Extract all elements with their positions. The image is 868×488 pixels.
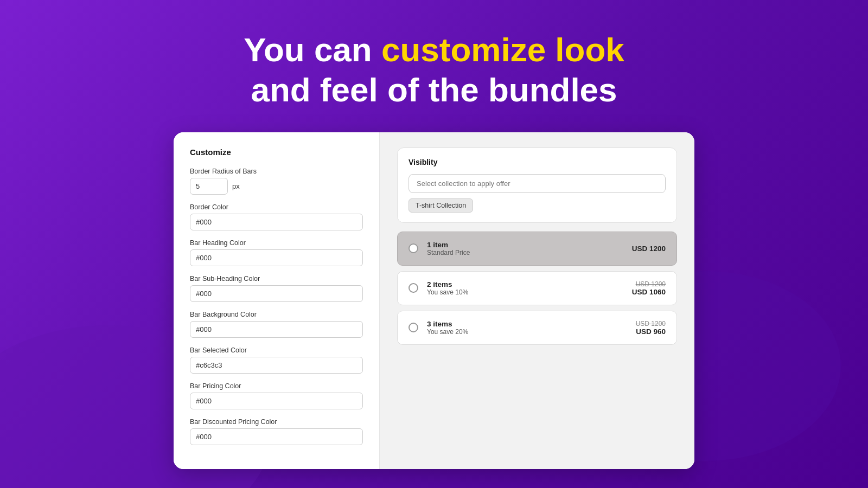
bundle-title-2: 2 items — [427, 280, 623, 288]
form-group-selected-color: Bar Selected Color — [190, 346, 363, 374]
right-panel: Visiblity T-shirt Collection 1 item Stan… — [380, 132, 694, 469]
bundle-title-1: 1 item — [427, 241, 623, 249]
left-panel: Customize Border Radius of Bars px Borde… — [174, 132, 380, 469]
form-group-heading-color: Bar Heading Color — [190, 239, 363, 266]
headline-prefix: You can — [244, 31, 381, 68]
bundle-info-1: 1 item Standard Price — [427, 241, 623, 256]
bundle-title-3: 3 items — [427, 320, 627, 328]
radio-1[interactable] — [409, 243, 418, 253]
input-selected-color[interactable] — [190, 357, 363, 374]
label-border-color: Border Color — [190, 203, 363, 211]
bundle-option-1[interactable]: 1 item Standard Price USD 1200 — [397, 232, 677, 266]
bundle-pricing-1: USD 1200 — [632, 245, 666, 253]
form-group-bg-color: Bar Background Color — [190, 311, 363, 338]
form-group-pricing-color: Bar Pricing Color — [190, 382, 363, 409]
price-current-3: USD 960 — [636, 328, 666, 336]
label-subheading-color: Bar Sub-Heading Color — [190, 275, 363, 282]
collection-input[interactable] — [409, 174, 666, 193]
input-border-radius[interactable] — [190, 178, 228, 195]
form-group-subheading-color: Bar Sub-Heading Color — [190, 275, 363, 302]
bundle-pricing-2: USD 1200 USD 1060 — [632, 280, 666, 296]
main-card: Customize Border Radius of Bars px Borde… — [174, 132, 694, 469]
form-group-border-radius: Border Radius of Bars px — [190, 168, 363, 195]
bundle-option-3[interactable]: 3 items You save 20% USD 1200 USD 960 — [397, 311, 677, 345]
visibility-title: Visiblity — [409, 158, 666, 166]
headline-suffix: and feel of the bundles — [251, 71, 617, 108]
input-subheading-color[interactable] — [190, 285, 363, 302]
bundle-info-2: 2 items You save 10% — [427, 280, 623, 296]
label-border-radius: Border Radius of Bars — [190, 168, 363, 175]
input-pricing-color[interactable] — [190, 393, 363, 409]
form-group-discounted-color: Bar Discounted Pricing Color — [190, 418, 363, 445]
bundle-option-2[interactable]: 2 items You save 10% USD 1200 USD 1060 — [397, 271, 677, 305]
label-heading-color: Bar Heading Color — [190, 239, 363, 247]
visibility-card: Visiblity T-shirt Collection — [397, 147, 677, 223]
price-current-2: USD 1060 — [632, 288, 666, 296]
px-label: px — [232, 182, 240, 190]
headline-highlight: customize look — [381, 31, 624, 68]
page-container: You can customize look and feel of the b… — [0, 0, 868, 469]
label-pricing-color: Bar Pricing Color — [190, 382, 363, 390]
collection-tag[interactable]: T-shirt Collection — [409, 198, 473, 213]
panel-title: Customize — [190, 147, 363, 157]
bundle-pricing-3: USD 1200 USD 960 — [636, 320, 666, 336]
input-heading-color[interactable] — [190, 249, 363, 266]
label-selected-color: Bar Selected Color — [190, 346, 363, 354]
bundle-info-3: 3 items You save 20% — [427, 320, 627, 336]
headline: You can customize look and feel of the b… — [244, 30, 624, 111]
input-border-color[interactable] — [190, 214, 363, 230]
input-discounted-color[interactable] — [190, 428, 363, 445]
form-group-border-color: Border Color — [190, 203, 363, 230]
bundle-subtitle-1: Standard Price — [427, 249, 623, 256]
radio-2[interactable] — [409, 283, 418, 293]
radio-3[interactable] — [409, 323, 418, 332]
label-bg-color: Bar Background Color — [190, 311, 363, 318]
input-row-border-radius: px — [190, 178, 363, 195]
input-bg-color[interactable] — [190, 321, 363, 338]
price-current-1: USD 1200 — [632, 245, 666, 253]
bundle-subtitle-2: You save 10% — [427, 288, 623, 296]
label-discounted-color: Bar Discounted Pricing Color — [190, 418, 363, 426]
price-original-3: USD 1200 — [636, 320, 666, 328]
bundle-subtitle-3: You save 20% — [427, 328, 627, 336]
price-original-2: USD 1200 — [632, 280, 666, 288]
